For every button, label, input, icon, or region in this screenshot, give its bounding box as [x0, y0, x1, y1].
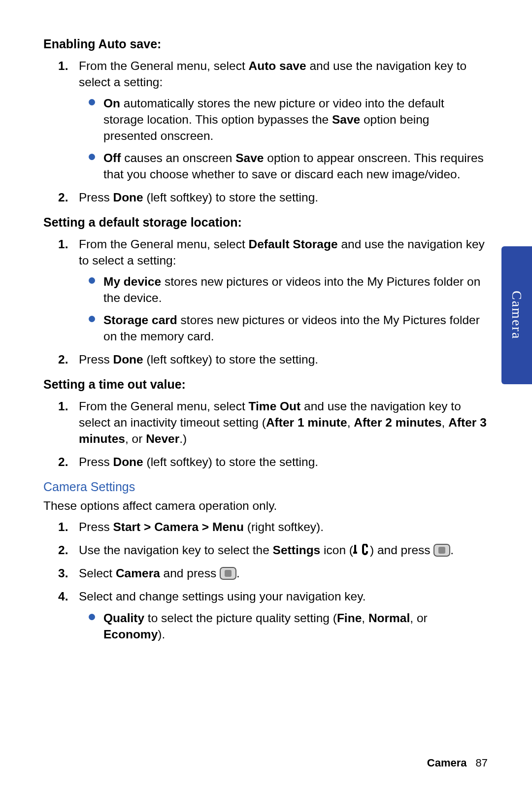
quality-economy: Economy: [103, 628, 158, 641]
step-text: Press: [79, 455, 113, 468]
path-start-camera-menu: Start > Camera > Menu: [113, 520, 244, 533]
list-item: 2. Press Done (left softkey) to store th…: [79, 454, 489, 470]
sep: ,: [442, 416, 449, 429]
sep: , or: [125, 432, 146, 445]
step-number: 4.: [58, 588, 68, 604]
list-item: 2. Use the navigation key to select the …: [79, 542, 489, 558]
ok-key-icon: [220, 567, 236, 580]
option-my-device: My device: [103, 275, 161, 288]
step-text: icon (: [320, 543, 353, 557]
timeout-steps: 1. From the General menu, select Time Ou…: [43, 398, 489, 470]
list-item: My device stores new pictures or videos …: [103, 273, 489, 306]
term-done: Done: [113, 455, 143, 468]
settings-tools-icon: [353, 544, 370, 557]
step-text: Press: [79, 520, 113, 533]
step-text: ) and press: [370, 543, 433, 557]
step-text: Select and change settings using your na…: [79, 590, 366, 603]
list-item: On automatically stores the new picture …: [103, 95, 489, 144]
step-text: Select: [79, 566, 116, 580]
opt-never: Never: [146, 432, 179, 445]
step-text: (left softkey) to store the setting.: [143, 455, 318, 468]
list-item: 1. From the General menu, select Time Ou…: [79, 398, 489, 447]
list-item: 1. From the General menu, select Default…: [79, 236, 489, 344]
chapter-tab: Camera: [501, 246, 532, 384]
option-text: causes an onscreen: [121, 151, 235, 165]
list-item: Quality to select the picture quality se…: [103, 610, 489, 642]
term-done: Done: [113, 191, 143, 204]
option-storage-card: Storage card: [103, 313, 177, 327]
manual-page: Enabling Auto save: 1. From the General …: [0, 0, 532, 642]
step-number: 1.: [58, 519, 68, 535]
svg-rect-3: [438, 547, 445, 554]
heading-timeout: Setting a time out value:: [43, 376, 489, 393]
step-number: 2.: [58, 454, 68, 470]
heading-camera-settings: Camera Settings: [43, 479, 489, 496]
step-text: (right softkey).: [244, 520, 324, 533]
list-item: 2. Press Done (left softkey) to store th…: [79, 351, 489, 367]
step-number: 1.: [58, 58, 68, 74]
term-save: Save: [235, 151, 264, 165]
term-save: Save: [332, 113, 360, 126]
heading-auto-save: Enabling Auto save:: [43, 36, 489, 53]
list-item: Off causes an onscreen Save option to ap…: [103, 150, 489, 182]
option-text: ).: [158, 628, 165, 641]
term-done: Done: [113, 353, 143, 366]
option-on: On: [103, 97, 120, 110]
term-default-storage: Default Storage: [249, 237, 338, 251]
step-text: Use the navigation key to select the: [79, 543, 273, 557]
list-item: 1. From the General menu, select Auto sa…: [79, 58, 489, 182]
term-time-out: Time Out: [249, 399, 301, 413]
footer-section: Camera: [427, 757, 467, 769]
default-storage-steps: 1. From the General menu, select Default…: [43, 236, 489, 367]
camera-quality-options: Quality to select the picture quality se…: [79, 610, 489, 642]
svg-rect-1: [353, 552, 357, 554]
step-text: .): [179, 432, 187, 445]
list-item: 4. Select and change settings using your…: [79, 588, 489, 642]
step-number: 1.: [58, 398, 68, 414]
term-camera: Camera: [116, 566, 160, 580]
option-quality: Quality: [103, 611, 144, 625]
step-number: 2.: [58, 351, 68, 367]
option-off: Off: [103, 151, 121, 165]
term-settings: Settings: [273, 543, 321, 557]
list-item: 3. Select Camera and press .: [79, 565, 489, 581]
chapter-tab-label: Camera: [507, 291, 526, 339]
step-text: (left softkey) to store the setting.: [143, 191, 318, 204]
opt-2min: After 2 minutes: [354, 416, 441, 429]
auto-save-steps: 1. From the General menu, select Auto sa…: [43, 58, 489, 206]
term-auto-save: Auto save: [249, 59, 306, 72]
svg-rect-0: [354, 545, 356, 552]
sep: ,: [362, 611, 368, 625]
auto-save-options: On automatically stores the new picture …: [79, 95, 489, 182]
step-number: 2.: [58, 189, 68, 205]
opt-1min: After 1 minute: [266, 416, 347, 429]
step-text: and press: [160, 566, 220, 580]
ok-key-icon: [433, 544, 450, 557]
list-item: 2. Press Done (left softkey) to store th…: [79, 189, 489, 205]
step-number: 3.: [58, 565, 68, 581]
list-item: Storage card stores new pictures or vide…: [103, 312, 489, 344]
step-number: 1.: [58, 236, 68, 252]
heading-default-storage: Setting a default storage location:: [43, 214, 489, 231]
step-text: From the General menu, select: [79, 59, 249, 72]
step-text: .: [236, 566, 240, 580]
quality-fine: Fine: [337, 611, 362, 625]
list-item: 1. Press Start > Camera > Menu (right so…: [79, 519, 489, 535]
footer-page-number: 87: [476, 757, 488, 769]
svg-rect-5: [225, 570, 232, 577]
page-footer: Camera87: [427, 756, 488, 770]
storage-options: My device stores new pictures or videos …: [79, 273, 489, 344]
quality-normal: Normal: [368, 611, 410, 625]
step-text: Press: [79, 191, 113, 204]
step-number: 2.: [58, 542, 68, 558]
camera-settings-intro: These options affect camera operation on…: [43, 498, 489, 514]
option-text: to select the picture quality setting (: [144, 611, 337, 625]
step-text: From the General menu, select: [79, 237, 249, 251]
step-text: From the General menu, select: [79, 399, 249, 413]
sep: ,: [347, 416, 354, 429]
step-text: (left softkey) to store the setting.: [143, 353, 318, 366]
step-text: Press: [79, 353, 113, 366]
step-text: .: [450, 543, 454, 557]
sep: , or: [410, 611, 427, 625]
camera-settings-steps: 1. Press Start > Camera > Menu (right so…: [43, 519, 489, 642]
